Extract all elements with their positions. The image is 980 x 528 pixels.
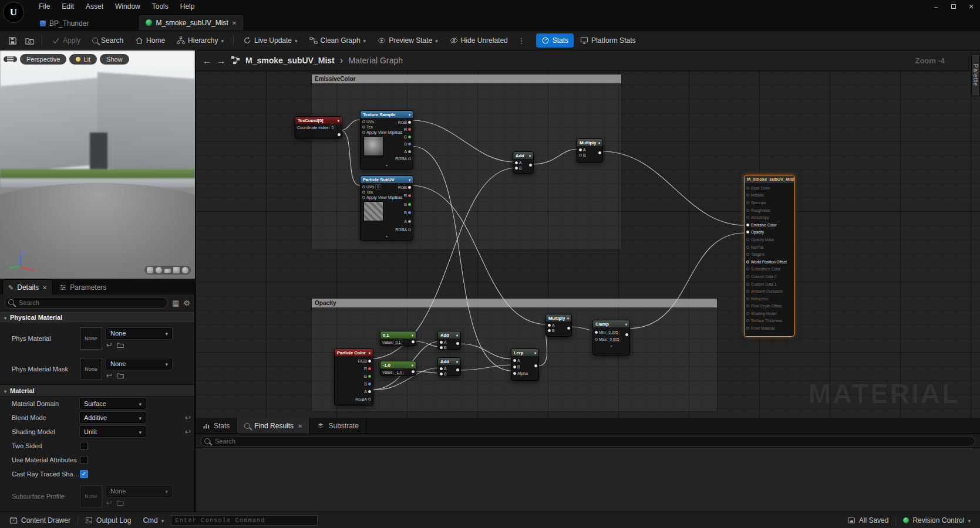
input-pin[interactable] — [513, 365, 516, 368]
node-multiply[interactable]: Multiply A B — [545, 314, 572, 337]
output-pin[interactable] — [412, 370, 415, 373]
menu-help[interactable]: Help — [174, 0, 201, 13]
texture-thumbnail[interactable] — [363, 201, 383, 221]
pin[interactable] — [746, 290, 749, 293]
output-pin[interactable] — [408, 136, 411, 138]
shading-model-select[interactable]: Unlit — [80, 426, 146, 437]
material-pin-custom-data-1[interactable]: Custom Data 1 — [746, 280, 792, 288]
input-pin[interactable] — [595, 338, 598, 341]
show-button[interactable]: Show — [100, 54, 129, 65]
material-pin-roughness[interactable]: Roughness — [746, 207, 792, 214]
use-selected-icon[interactable] — [106, 371, 112, 380]
asset-thumbnail[interactable]: None — [80, 327, 102, 350]
node-particle-color[interactable]: Particle Color RGB R G B A RGBA — [334, 348, 373, 405]
lit-button[interactable]: Lit — [69, 54, 97, 65]
cube-mesh-icon[interactable] — [173, 267, 180, 273]
tab-details[interactable]: Details — [2, 279, 53, 295]
output-pin[interactable] — [408, 143, 411, 145]
node-constant[interactable]: 0.1 Value0.1 — [380, 331, 416, 346]
sphere-mesh-icon[interactable] — [156, 267, 162, 273]
pin[interactable] — [746, 253, 749, 256]
node-lerp[interactable]: Lerp A B Alpha — [511, 348, 539, 381]
material-pin-tangent[interactable]: Tangent — [746, 251, 792, 258]
input-pin[interactable] — [440, 367, 443, 370]
display-options-icon[interactable] — [172, 299, 179, 307]
input-pin[interactable] — [440, 341, 443, 344]
input-pin[interactable] — [362, 120, 365, 123]
search-button[interactable]: Search — [87, 33, 129, 48]
browse-icon[interactable] — [117, 341, 124, 348]
reset-to-default-icon[interactable] — [185, 414, 191, 422]
pin[interactable] — [746, 238, 749, 241]
material-pin-front-material[interactable]: Front Material — [746, 324, 792, 332]
pin[interactable] — [746, 327, 749, 330]
material-pin-custom-data-0[interactable]: Custom Data 0 — [746, 273, 792, 280]
texture-thumbnail[interactable] — [363, 136, 383, 156]
revision-control-button[interactable]: Revision Control — [898, 512, 975, 528]
tab-close-icon[interactable] — [232, 19, 237, 27]
output-pin[interactable] — [338, 133, 341, 136]
output-pin[interactable] — [456, 368, 459, 371]
tab-close-icon[interactable] — [42, 283, 47, 292]
material-pin-world-position-offset[interactable]: World Position Offset — [746, 258, 792, 266]
cast-ray-traced-checkbox[interactable] — [80, 470, 88, 478]
reset-to-default-icon[interactable] — [185, 428, 191, 436]
pin[interactable] — [746, 224, 749, 226]
output-pin[interactable] — [567, 327, 570, 330]
node-add[interactable]: Add A B — [437, 331, 461, 350]
output-pin[interactable] — [368, 398, 371, 401]
node-multiply[interactable]: Multiply A B — [577, 138, 603, 163]
asset-thumbnail[interactable]: None — [80, 485, 102, 507]
asset-thumbnail[interactable]: None — [80, 358, 102, 380]
input-pin[interactable] — [515, 161, 518, 164]
menu-file[interactable]: File — [33, 0, 56, 13]
browse-to-asset-button[interactable] — [22, 33, 38, 48]
subsurface-profile-select[interactable]: None — [106, 486, 172, 497]
output-pin[interactable] — [408, 128, 411, 131]
use-material-attributes-checkbox[interactable] — [80, 456, 88, 464]
hierarchy-button[interactable]: Hierarchy — [171, 33, 229, 48]
maximize-icon[interactable] — [945, 0, 962, 13]
save-button[interactable] — [5, 33, 21, 48]
content-drawer-button[interactable]: Content Drawer — [5, 512, 75, 528]
input-pin[interactable] — [513, 372, 516, 375]
palette-tab[interactable]: Palette — [971, 54, 980, 96]
material-pin-specular[interactable]: Specular — [746, 199, 792, 207]
use-selected-icon[interactable] — [106, 341, 112, 349]
tab-parameters[interactable]: Parameters — [54, 280, 112, 295]
node-expander-icon[interactable]: ▾ — [361, 163, 413, 168]
node-add[interactable]: Add A B — [437, 357, 461, 376]
pin[interactable] — [746, 216, 749, 219]
plane-mesh-icon[interactable] — [164, 269, 171, 273]
output-pin[interactable] — [534, 364, 537, 367]
pin[interactable] — [746, 260, 749, 263]
output-pin[interactable] — [412, 340, 415, 343]
console-command-input[interactable] — [171, 515, 318, 526]
clean-graph-button[interactable]: Clean Graph — [304, 33, 372, 48]
output-pin[interactable] — [368, 360, 371, 363]
material-pin-anisotropy[interactable]: Anisotropy — [746, 214, 792, 221]
browse-icon[interactable] — [117, 372, 124, 379]
output-pin[interactable] — [408, 157, 411, 160]
pin[interactable] — [746, 194, 749, 197]
preview-viewport[interactable]: Perspective Lit Show z x y — [0, 50, 195, 279]
use-selected-icon[interactable] — [106, 499, 112, 507]
input-pin[interactable] — [362, 126, 365, 128]
tab-stats[interactable]: Stats — [196, 418, 237, 434]
preview-state-button[interactable]: Preview State — [372, 33, 443, 48]
node-texture-sample[interactable]: Texture Sample UVs Tex Apply View MipBia… — [360, 110, 413, 170]
input-pin[interactable] — [595, 331, 598, 334]
node-texcoord[interactable]: TexCoord[0] Coordinate Index0 — [295, 116, 342, 138]
input-pin[interactable] — [440, 373, 443, 375]
breadcrumb-asset[interactable]: M_smoke_subUV_Mist — [245, 56, 335, 65]
all-saved-button[interactable]: All Saved — [843, 512, 894, 528]
node-expander-icon[interactable]: ▾ — [361, 234, 413, 239]
pin[interactable] — [746, 209, 749, 212]
value-field[interactable]: 0.005 — [607, 330, 619, 335]
cmd-dropdown[interactable]: Cmd — [138, 512, 169, 528]
menu-asset[interactable]: Asset — [80, 0, 109, 13]
material-domain-select[interactable]: Surface — [80, 398, 146, 409]
toolbar-overflow-button[interactable] — [514, 33, 529, 48]
output-pin[interactable] — [368, 367, 371, 370]
phys-material-select[interactable]: None — [106, 328, 172, 339]
